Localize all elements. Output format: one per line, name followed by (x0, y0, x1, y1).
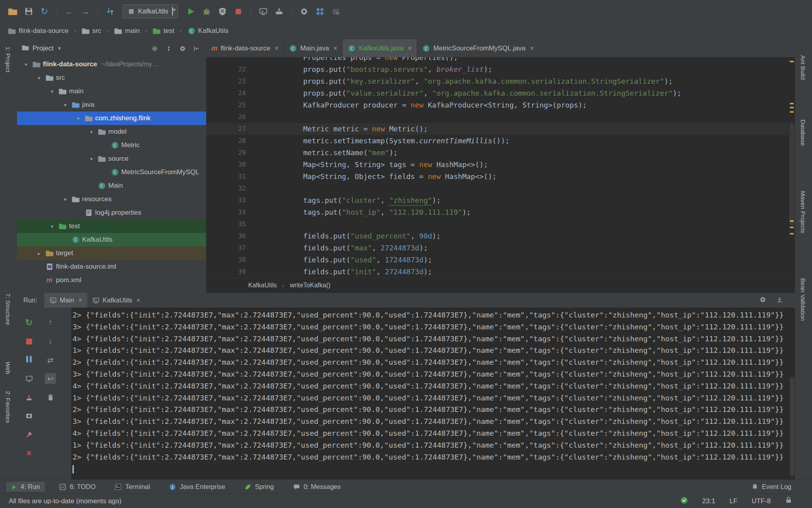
tree-item-main[interactable]: ▾main (17, 85, 206, 98)
tree-item-main[interactable]: CMain (17, 179, 206, 192)
warning-stripe-mark[interactable] (790, 107, 794, 108)
tree-chevron-icon[interactable]: ▾ (47, 89, 57, 94)
toolwindow-button-6-todo[interactable]: 6: TODO (54, 482, 100, 492)
save-all-icon[interactable] (21, 4, 36, 19)
run-with-coverage-button[interactable] (215, 4, 230, 19)
tool-strip-button-1-project[interactable]: 1: Project (4, 46, 11, 72)
caret-position[interactable]: 23:1 (702, 497, 715, 505)
tree-item-log4j-properties[interactable]: log4j.properties (17, 206, 206, 219)
tree-chevron-icon[interactable]: ▾ (60, 196, 70, 202)
tool-strip-button-7-structure[interactable]: 7: Structure (4, 293, 11, 325)
close-tab-icon[interactable]: × (408, 45, 412, 52)
tree-item-source[interactable]: ▾source (17, 152, 206, 165)
breadcrumb-item-flink-data-source[interactable]: flink-data-source (6, 26, 70, 36)
forward-icon[interactable]: → (78, 4, 92, 19)
tool-strip-button-ant-build[interactable]: Ant Build (799, 55, 806, 80)
hide-panel-button[interactable] (191, 43, 201, 54)
tree-chevron-icon[interactable]: ▾ (86, 156, 96, 162)
prev-occurrence-button[interactable]: ↑ (45, 317, 56, 328)
tree-item-metric[interactable]: CMetric (17, 139, 206, 152)
attach-process-icon[interactable] (272, 4, 286, 19)
stop-button[interactable] (231, 4, 245, 19)
tree-item-metricsourcefrommysql[interactable]: CMetricSourceFromMySQL (17, 165, 206, 179)
toolwindow-button-0-messages[interactable]: 0: Messages (288, 482, 346, 492)
rerun-button[interactable]: ↻ (23, 317, 34, 328)
tree-item-resources[interactable]: ▾resources (17, 192, 206, 206)
warning-stripe-mark[interactable] (790, 233, 794, 235)
run-settings-gear-icon[interactable] (759, 296, 766, 305)
debug-button[interactable] (199, 4, 214, 19)
inspections-ok-icon[interactable] (680, 496, 688, 506)
settings-icon[interactable] (297, 4, 311, 19)
open-icon[interactable] (6, 4, 20, 19)
toolwindow-button-4-run[interactable]: 4: Run (6, 482, 45, 492)
project-panel-title[interactable]: Project (33, 44, 54, 52)
run-dashboard-icon[interactable] (256, 4, 270, 19)
run-configuration-select[interactable]: KafkaUtils ▼ (123, 4, 178, 18)
hide-run-panel-icon[interactable] (776, 296, 783, 305)
locate-file-button[interactable]: ⊕ (149, 43, 160, 54)
tree-chevron-icon[interactable]: ▾ (34, 75, 44, 81)
panel-settings-button[interactable] (177, 43, 188, 54)
warning-stripe-mark[interactable] (790, 111, 794, 113)
screenshot-button[interactable] (23, 410, 34, 421)
tree-item-test[interactable]: ▾test (17, 219, 206, 233)
close-tab-icon[interactable]: × (333, 45, 337, 52)
tree-item-com-zhisheng-flink[interactable]: ▾com.zhisheng.flink (17, 112, 206, 125)
breadcrumb-item-test[interactable]: test (151, 26, 176, 36)
editor-tab-main-java[interactable]: CMain.java× (284, 39, 343, 57)
run-tab-kafkautils[interactable]: KafkaUtils× (87, 293, 146, 308)
toolwindow-button-event-log[interactable]: Event Log (747, 482, 796, 492)
soft-wrap-button[interactable]: ↩ (45, 373, 56, 384)
code-editor[interactable]: Properties props = new Properties();22 p… (206, 57, 789, 278)
breadcrumb-method[interactable]: writeToKafka() (290, 282, 330, 289)
close-tab-icon[interactable]: × (275, 45, 278, 52)
tree-item-flink-data-source-iml[interactable]: flink-data-source.iml (17, 260, 206, 273)
tree-chevron-icon[interactable]: ▸ (34, 250, 44, 256)
editor-tab-metricsourcefrommysql-java[interactable]: CMetricSourceFromMySQL.java× (417, 39, 539, 57)
encoding-indicator[interactable]: UTF-8 (752, 497, 771, 505)
tool-strip-button-2-favorites[interactable]: 2: Favorites (4, 391, 11, 423)
breadcrumb-class[interactable]: KafkaUtils (248, 282, 277, 289)
breadcrumb-item-src[interactable]: src (80, 26, 103, 36)
tool-strip-button-database[interactable]: Database (799, 119, 806, 146)
restore-layout-button[interactable] (23, 373, 34, 384)
toolwindow-button-terminal[interactable]: Terminal (110, 482, 155, 492)
tool-strip-button-web[interactable]: Web (4, 362, 11, 374)
tree-item-src[interactable]: ▾src (17, 71, 206, 85)
write-lock-icon[interactable] (785, 496, 792, 506)
run-button[interactable] (184, 4, 198, 19)
stop-process-button[interactable] (23, 336, 34, 347)
close-console-button[interactable]: × (23, 448, 34, 459)
run-console-output[interactable]: 2> {"fields":{"init":2.7244873E7,"max":2… (71, 308, 795, 479)
clear-console-button[interactable] (45, 392, 56, 403)
warning-stripe-mark[interactable] (790, 61, 794, 62)
synchronize-icon[interactable]: ↻ (37, 4, 52, 19)
toolwindow-button-spring[interactable]: Spring (239, 482, 279, 492)
close-tab-icon[interactable]: × (136, 297, 140, 304)
back-icon[interactable]: ← (62, 4, 77, 19)
line-separator-indicator[interactable]: LF (730, 497, 737, 505)
run-tab-main[interactable]: Main× (44, 293, 87, 308)
project-view-dropdown-icon[interactable]: ▼ (57, 46, 62, 51)
close-tab-icon[interactable]: × (530, 45, 533, 52)
editor-tab-flink-data-source[interactable]: mflink-data-source× (206, 39, 284, 57)
update-project-icon[interactable] (103, 4, 117, 19)
tree-chevron-icon[interactable]: ▾ (60, 102, 70, 108)
tree-chevron-icon[interactable]: ▾ (86, 129, 96, 135)
search-everywhere-icon[interactable] (329, 4, 343, 19)
editor-scrollbar[interactable] (789, 123, 795, 226)
toolwindow-button-java-enterprise[interactable]: JJava Enterprise (164, 482, 230, 492)
pause-output-button[interactable] (23, 354, 34, 366)
tree-item-kafkautils[interactable]: CKafkaUtils (17, 233, 206, 246)
breadcrumb-item-main[interactable]: main (113, 26, 141, 36)
tree-item-java[interactable]: ▾java (17, 98, 206, 112)
tree-chevron-icon[interactable]: ▾ (21, 62, 31, 67)
tool-strip-button-maven-projects[interactable]: Maven Projects (799, 191, 806, 233)
tree-item-model[interactable]: ▾model (17, 125, 206, 139)
tree-item-pom-xml[interactable]: mpom.xml (17, 273, 206, 287)
tree-item-target[interactable]: ▸target (17, 246, 206, 260)
breadcrumb-item-kafkautils[interactable]: CKafkaUtils (186, 26, 230, 36)
console-scrollbar[interactable] (790, 377, 795, 476)
pin-tab-button[interactable] (23, 429, 34, 440)
